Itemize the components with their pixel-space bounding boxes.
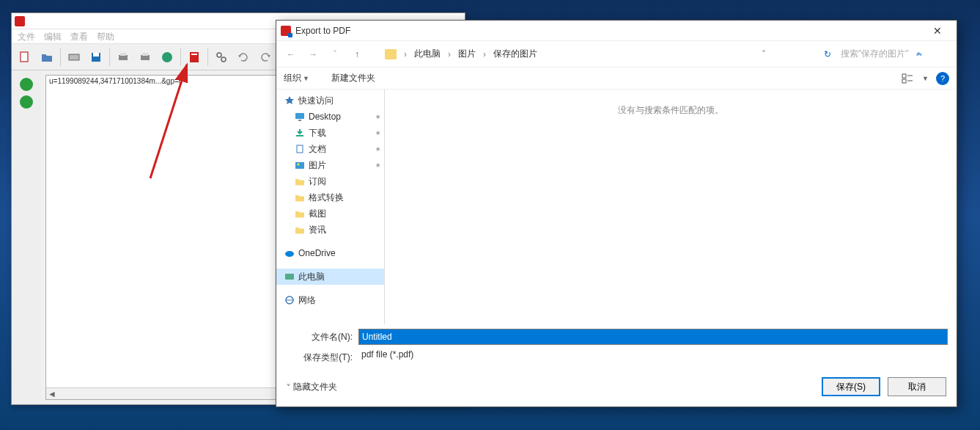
expand-icon: ˅ [287,383,290,391]
tb-redo-icon[interactable] [255,47,276,68]
svg-rect-6 [141,55,150,60]
tree-item-此电脑[interactable]: 此电脑 [276,269,384,285]
tree-item-快速访问[interactable]: 快速访问 [276,92,384,109]
organize-label: 组织 [284,72,301,84]
tb-scan-icon[interactable] [64,47,84,68]
folder-icon [294,176,306,186]
dialog-toolbar: 组织 ▼ 新建文件夹 ▼ ? [276,68,957,90]
filetype-combo[interactable]: pdf file (*.pdf) [358,349,948,365]
breadcrumb[interactable]: › 此电脑 › 图片 › 保存的图片 ˅ ↻ [385,45,836,63]
sidebar-dot-2-icon[interactable] [20,95,33,109]
tree-item-label: 资讯 [309,224,326,236]
nav-back-icon[interactable]: ← [282,45,300,63]
svg-point-12 [221,57,226,62]
svg-rect-21 [297,145,303,153]
svg-rect-20 [296,135,303,136]
filetype-label: 保存类型(T): [285,351,358,364]
tree-item-网络[interactable]: 网络 [276,292,384,308]
app-logo-icon [15,16,25,26]
nav-up-icon[interactable]: ↑ [348,45,366,63]
tree-item-图片[interactable]: 图片∗ [276,157,384,173]
svg-rect-15 [902,79,906,83]
filename-input[interactable] [358,329,948,345]
tree-item-label: 截图 [309,208,326,220]
dialog-fields: 文件名(N): 保存类型(T): pdf file (*.pdf) [276,324,957,370]
tb-print-icon[interactable] [113,47,133,68]
pin-icon: ∗ [375,161,381,169]
svg-rect-5 [120,53,126,56]
help-icon[interactable]: ? [936,72,949,85]
bc-item-pc[interactable]: 此电脑 [411,46,443,62]
new-folder-label: 新建文件夹 [331,72,375,84]
sidebar-dot-1-icon[interactable] [20,78,33,91]
view-dropdown-icon[interactable]: ▼ [922,75,929,82]
dialog-title: Export to PDF [295,26,923,36]
view-mode-icon[interactable] [900,71,915,86]
tree-item-资讯[interactable]: 资讯 [276,222,384,238]
bc-dropdown-icon[interactable]: ˅ [762,49,766,59]
tree-item-格式转换[interactable]: 格式转换 [276,189,384,205]
svg-rect-4 [119,55,128,60]
tb-open-icon[interactable] [37,47,57,68]
tb-settings-icon[interactable] [211,47,232,68]
organize-button[interactable]: 组织 ▼ [284,72,309,84]
network-icon [284,295,295,305]
tree-item-onedrive[interactable]: OneDrive [276,245,384,261]
scroll-left-icon[interactable]: ◄ [46,389,58,399]
tree-item-文档[interactable]: 文档∗ [276,141,384,157]
close-button[interactable]: ✕ [923,22,952,40]
tree-item-订阅[interactable]: 订阅 [276,173,384,189]
tree-item-下载[interactable]: 下载∗ [276,125,384,141]
svg-rect-22 [295,162,304,169]
svg-rect-10 [191,54,197,55]
dialog-footer: ˅ 隐藏文件夹 保存(S) 取消 [276,370,957,407]
menu-file[interactable]: 文件 [18,31,35,42]
nav-forward-icon[interactable]: → [304,45,322,63]
menu-edit[interactable]: 编辑 [44,31,62,42]
file-list-area[interactable]: 没有与搜索条件匹配的项。 [385,90,957,324]
dialog-nav: ← → ˅ ↑ › 此电脑 › 图片 › 保存的图片 ˅ ↻ 搜索"保存的图片"… [276,41,957,68]
tb-undo-icon[interactable] [233,47,254,68]
cancel-button[interactable]: 取消 [888,377,946,396]
tree-item-label: 此电脑 [298,271,325,283]
svg-rect-3 [93,53,99,57]
tb-save-icon[interactable] [86,47,106,68]
nav-dropdown-icon[interactable]: ˅ [326,45,344,63]
tree-item-截图[interactable]: 截图 [276,205,384,222]
menu-help[interactable]: 帮助 [97,31,114,42]
tree-item-label: 网络 [298,294,316,307]
search-box[interactable]: 搜索"保存的图片" ⰾ [841,48,951,60]
tb-print2-icon[interactable] [135,47,155,68]
bc-item-saved[interactable]: 保存的图片 [490,46,540,62]
save-button[interactable]: 保存(S) [822,377,880,396]
tree-item-label: 下载 [309,127,326,139]
pc-icon [284,272,295,282]
hide-folders-label: 隐藏文件夹 [293,381,337,393]
search-placeholder: 搜索"保存的图片" [841,48,909,60]
bc-sep[interactable]: › [480,49,489,59]
folder-icon [294,225,306,235]
folder-tree[interactable]: 快速访问Desktop∗下载∗文档∗图片∗订阅格式转换截图资讯OneDrive此… [276,90,385,324]
folder-icon [294,208,306,219]
svg-point-23 [298,164,300,166]
svg-rect-1 [69,54,79,60]
tb-new-icon[interactable] [15,47,35,68]
tree-item-label: OneDrive [298,248,336,258]
refresh-icon[interactable]: ↻ [819,45,836,63]
svg-rect-25 [285,274,294,280]
bc-item-pictures[interactable]: 图片 [455,46,479,62]
search-icon[interactable]: ⰾ [916,49,931,59]
hide-folders-toggle[interactable]: ˅ 隐藏文件夹 [287,381,337,393]
app-sidebar [12,70,41,404]
menu-view[interactable]: 查看 [70,31,88,42]
new-folder-button[interactable]: 新建文件夹 [331,72,375,84]
bc-sep[interactable]: › [401,49,410,59]
tree-item-label: 图片 [309,159,326,172]
pin-icon: ∗ [375,145,381,153]
bc-sep[interactable]: › [445,49,454,59]
tree-item-desktop[interactable]: Desktop∗ [276,109,384,125]
tb-share-icon[interactable] [157,47,177,68]
tb-pdf-icon[interactable] [184,47,205,68]
svg-rect-7 [142,53,148,56]
dialog-body: 快速访问Desktop∗下载∗文档∗图片∗订阅格式转换截图资讯OneDrive此… [276,90,957,324]
